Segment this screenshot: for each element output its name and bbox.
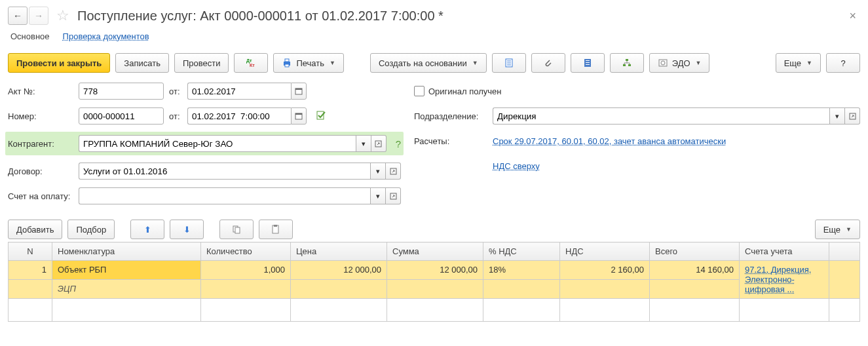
col-accounts[interactable]: Счета учета — [740, 242, 829, 261]
svg-rect-4 — [285, 64, 289, 67]
svg-rect-32 — [235, 227, 240, 233]
svg-rect-15 — [628, 64, 631, 66]
col-nomenclature[interactable]: Номенклатура — [52, 242, 201, 261]
contractor-label: Контрагент: — [8, 139, 73, 149]
move-up-button[interactable]: ⬆ — [130, 220, 164, 239]
col-sum[interactable]: Сумма — [387, 242, 483, 261]
act-date-input[interactable] — [187, 83, 291, 100]
svg-rect-12 — [586, 64, 590, 65]
contractor-dropdown-icon[interactable]: ▾ — [356, 135, 371, 152]
svg-rect-34 — [274, 225, 277, 227]
col-price[interactable]: Цена — [291, 242, 387, 261]
print-button[interactable]: Печать▼ — [273, 53, 344, 73]
items-table: N Номенклатура Количество Цена Сумма % Н… — [8, 242, 860, 322]
attach-button[interactable] — [531, 53, 565, 73]
vat-mode-link[interactable]: НДС сверху — [493, 161, 540, 171]
related-docs-button[interactable] — [492, 53, 526, 73]
division-dropdown-icon[interactable]: ▾ — [829, 107, 845, 125]
number-input[interactable] — [79, 107, 164, 125]
table-row[interactable]: 1 Объект РБП 1,000 12 000,00 12 000,00 1… — [9, 261, 860, 280]
cell-nomenclature[interactable]: Объект РБП — [52, 261, 201, 280]
copy-row-button[interactable] — [219, 220, 254, 239]
division-open-icon[interactable] — [845, 107, 860, 125]
contract-dropdown-icon[interactable]: ▾ — [370, 163, 386, 180]
col-tail — [829, 242, 860, 261]
tab-main[interactable]: Основное — [10, 31, 50, 41]
svg-rect-23 — [295, 88, 302, 90]
post-button[interactable]: Провести — [174, 53, 229, 73]
cell-n[interactable]: 1 — [9, 261, 52, 280]
cell-accounts[interactable]: 97.21, Дирекция, Электронно-цифровая ... — [740, 261, 829, 299]
number-date-input[interactable] — [187, 107, 291, 125]
create-based-on-button[interactable]: Создать на основании▼ — [370, 53, 487, 73]
cell-nomenclature-sub[interactable]: ЭЦП — [52, 280, 201, 299]
window-title: Поступление услуг: Акт 0000-000011 от 01… — [77, 9, 443, 24]
help-button[interactable]: ? — [826, 53, 860, 73]
calc-link[interactable]: Срок 29.07.2017, 60.01, 60.02, зачет ава… — [493, 136, 726, 146]
number-date-calendar-icon[interactable] — [291, 107, 307, 125]
add-row-button[interactable]: Добавить — [8, 220, 62, 239]
svg-rect-10 — [586, 60, 590, 61]
header: ← → ☆ Поступление услуг: Акт 0000-000011… — [8, 7, 860, 25]
move-down-button[interactable]: ⬇ — [170, 220, 204, 239]
cell-vat[interactable]: 2 160,00 — [560, 261, 650, 280]
post-and-close-button[interactable]: Провести и закрыть — [8, 53, 110, 73]
tabs: Основное Проверка документов — [8, 31, 860, 41]
col-vat-pct[interactable]: % НДС — [483, 242, 560, 261]
col-n[interactable]: N — [9, 242, 52, 261]
select-items-button[interactable]: Подбор — [67, 220, 115, 239]
nav-back-button[interactable]: ← — [8, 7, 28, 25]
contract-input[interactable] — [79, 163, 370, 180]
number-from-label: от: — [169, 111, 182, 121]
dt-kt-button[interactable]: ДтКт — [234, 53, 268, 73]
table-toolbar: Добавить Подбор ⬆ ⬇ Еще▼ — [8, 220, 860, 239]
division-label: Подразделение: — [414, 111, 487, 121]
nav-forward-button[interactable]: → — [29, 7, 48, 25]
svg-rect-25 — [295, 113, 302, 115]
invoice-dropdown-icon[interactable]: ▾ — [370, 187, 386, 204]
col-vat[interactable]: НДС — [560, 242, 650, 261]
number-label: Номер: — [8, 111, 73, 121]
contractor-open-icon[interactable] — [371, 135, 387, 152]
more-button[interactable]: Еще▼ — [776, 53, 821, 73]
original-received-checkbox[interactable]: Оригинал получен — [414, 86, 501, 96]
table-more-button[interactable]: Еще▼ — [815, 220, 860, 239]
main-toolbar: Провести и закрыть Записать Провести ДтК… — [8, 53, 860, 73]
act-from-label: от: — [169, 86, 182, 96]
original-received-label: Оригинал получен — [428, 86, 501, 96]
division-input[interactable] — [493, 107, 829, 125]
invoice-label: Счет на оплату: — [8, 191, 73, 201]
number-ok-icon — [316, 110, 326, 123]
act-no-label: Акт №: — [8, 86, 73, 96]
calc-label: Расчеты: — [414, 136, 487, 146]
list-button[interactable] — [571, 53, 605, 73]
svg-rect-11 — [586, 62, 590, 63]
paste-row-button[interactable] — [259, 220, 293, 239]
tab-check-documents[interactable]: Проверка документов — [63, 31, 149, 41]
invoice-open-icon[interactable] — [386, 187, 401, 204]
cell-price[interactable]: 12 000,00 — [291, 261, 387, 280]
invoice-input[interactable] — [79, 187, 370, 204]
cell-qty[interactable]: 1,000 — [201, 261, 291, 280]
contractor-help-icon[interactable]: ? — [396, 138, 401, 149]
cell-vat-pct[interactable]: 18% — [483, 261, 560, 280]
edo-button[interactable]: ЭДО▼ — [649, 53, 710, 73]
act-date-calendar-icon[interactable] — [291, 83, 307, 100]
act-no-input[interactable] — [79, 83, 164, 100]
structure-button[interactable] — [610, 53, 644, 73]
col-qty[interactable]: Количество — [201, 242, 291, 261]
svg-rect-13 — [626, 59, 628, 61]
close-button[interactable]: × — [845, 9, 860, 23]
contract-label: Договор: — [8, 166, 73, 176]
svg-rect-3 — [285, 59, 289, 62]
contractor-input[interactable] — [79, 135, 356, 152]
cell-total[interactable]: 14 160,00 — [650, 261, 740, 280]
table-row-empty[interactable] — [9, 299, 860, 322]
cell-sum[interactable]: 12 000,00 — [387, 261, 483, 280]
svg-rect-14 — [623, 64, 626, 66]
table-row-sub[interactable]: ЭЦП — [9, 280, 860, 299]
save-button[interactable]: Записать — [115, 53, 169, 73]
contract-open-icon[interactable] — [386, 163, 401, 180]
col-total[interactable]: Всего — [650, 242, 740, 261]
favorite-star-icon[interactable]: ☆ — [56, 7, 69, 24]
